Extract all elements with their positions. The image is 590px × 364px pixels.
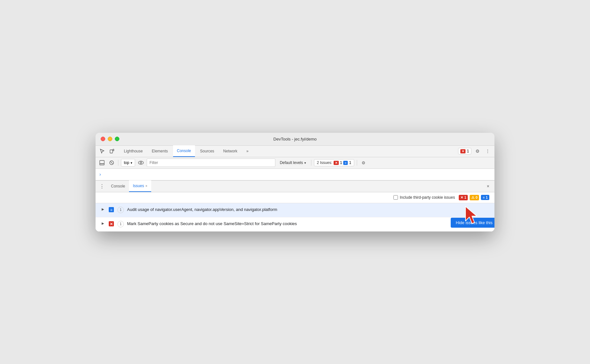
svg-marker-10 <box>466 206 477 223</box>
third-party-checkbox[interactable] <box>393 195 398 200</box>
issues-info-badge: ≡ <box>343 161 348 165</box>
error-count: 1 <box>467 149 469 153</box>
context-dropdown[interactable]: top ▾ <box>121 159 135 167</box>
svg-rect-3 <box>100 164 104 165</box>
issues-badges: ✕ 1 ⚠ 0 ≡ 1 <box>459 195 489 200</box>
issues-warning-count-badge: ⚠ 0 <box>470 195 479 200</box>
toolbar-icon-group <box>98 147 116 155</box>
svg-rect-1 <box>113 149 114 151</box>
issue-icon-error: ✕ <box>108 221 114 228</box>
main-tab-bar: Lighthouse Elements Console Sources Netw… <box>96 146 494 157</box>
svg-rect-0 <box>110 150 113 153</box>
window-title: DevTools - jec.fyi/demo <box>273 137 317 141</box>
issues-content: Include third-party cookie issues ✕ 1 ⚠ … <box>96 192 494 232</box>
svg-rect-2 <box>100 160 104 164</box>
tab-network[interactable]: Network <box>219 145 241 157</box>
drawer-menu-icon[interactable]: ⋮ <box>98 182 106 190</box>
console-toolbar: top ▾ Default levels ▾ 2 Issues: ✕ 1 ≡ 1 <box>96 157 494 169</box>
third-party-checkbox-label[interactable]: Include third-party cookie issues <box>393 195 455 200</box>
issue-text-1: Audit usage of navigator.userAgent, navi… <box>127 206 277 213</box>
svg-point-7 <box>140 162 142 164</box>
error-x-icon: ✕ <box>460 149 466 153</box>
drawer-tab-issues[interactable]: Issues × <box>129 180 151 192</box>
issues-tab-close[interactable]: × <box>145 184 147 188</box>
console-prompt[interactable]: › <box>96 169 494 180</box>
default-levels-dropdown[interactable]: Default levels ▾ <box>277 160 309 166</box>
toolbar-divider-2 <box>311 160 311 166</box>
more-options-icon[interactable]: ⋮ <box>484 147 492 155</box>
tab-console[interactable]: Console <box>173 145 195 157</box>
error-count-box[interactable]: ✕ 1 <box>458 148 471 154</box>
traffic-lights <box>101 137 119 141</box>
issues-header: Include third-party cookie issues ✕ 1 ⚠ … <box>96 192 494 203</box>
toolbar-divider-3 <box>357 160 357 166</box>
issue-text-2: Mark SameParty cookies as Secure and do … <box>127 221 297 227</box>
issue-expand-2[interactable]: ▶ <box>101 221 105 226</box>
console-settings-icon[interactable]: ⚙ <box>360 159 367 167</box>
svg-line-5 <box>111 162 113 164</box>
cursor-arrow <box>462 205 482 227</box>
device-toggle-icon[interactable] <box>108 147 116 155</box>
minimize-button[interactable] <box>108 137 112 141</box>
tab-lighthouse[interactable]: Lighthouse <box>120 145 147 157</box>
drawer-close-button[interactable]: × <box>485 183 491 189</box>
toolbar-divider-1 <box>118 160 118 166</box>
select-element-icon[interactable] <box>98 147 106 155</box>
svg-point-6 <box>138 161 143 164</box>
issue-row-1[interactable]: ▶ ≡ 1 Audit usage of navigator.userAgent… <box>96 203 494 217</box>
issue-expand-1[interactable]: ▶ <box>101 207 105 212</box>
close-button[interactable] <box>101 137 105 141</box>
issues-count-box[interactable]: 2 Issues: ✕ 1 ≡ 1 <box>314 159 354 166</box>
drawer-tab-console[interactable]: Console <box>107 180 129 192</box>
tab-more[interactable]: » <box>243 145 253 157</box>
tab-elements[interactable]: Elements <box>148 145 172 157</box>
devtools-window: DevTools - jec.fyi/demo Lighth <box>96 133 494 232</box>
tab-bar-right: ✕ 1 ⚙ ⋮ <box>458 147 492 155</box>
drawer: ⋮ Console Issues × × Include third-party… <box>96 180 494 232</box>
eye-icon[interactable] <box>137 159 145 167</box>
clear-console-icon[interactable] <box>108 159 115 167</box>
issue-count-1: 1 <box>117 207 124 213</box>
prompt-chevron: › <box>99 172 101 177</box>
issues-error-badge: ✕ <box>334 161 339 165</box>
settings-icon[interactable]: ⚙ <box>473 147 482 155</box>
maximize-button[interactable] <box>115 137 119 141</box>
drawer-tab-bar: ⋮ Console Issues × × <box>96 181 494 192</box>
svg-text:≡: ≡ <box>110 208 112 212</box>
tab-sources[interactable]: Sources <box>196 145 218 157</box>
issue-icon-info: ≡ <box>108 207 114 214</box>
issue-row-2[interactable]: ▶ ✕ 1 Mark SameParty cookies as Secure a… <box>96 217 494 232</box>
filter-input[interactable] <box>147 159 275 167</box>
show-drawer-icon[interactable] <box>98 159 106 167</box>
devtools-body: Lighthouse Elements Console Sources Netw… <box>96 146 494 232</box>
issues-info-count-badge: ≡ 1 <box>481 195 489 200</box>
issues-error-count-badge: ✕ 1 <box>459 195 468 200</box>
svg-text:✕: ✕ <box>110 222 113 226</box>
titlebar: DevTools - jec.fyi/demo <box>96 133 494 146</box>
issue-count-2: 1 <box>117 221 124 227</box>
